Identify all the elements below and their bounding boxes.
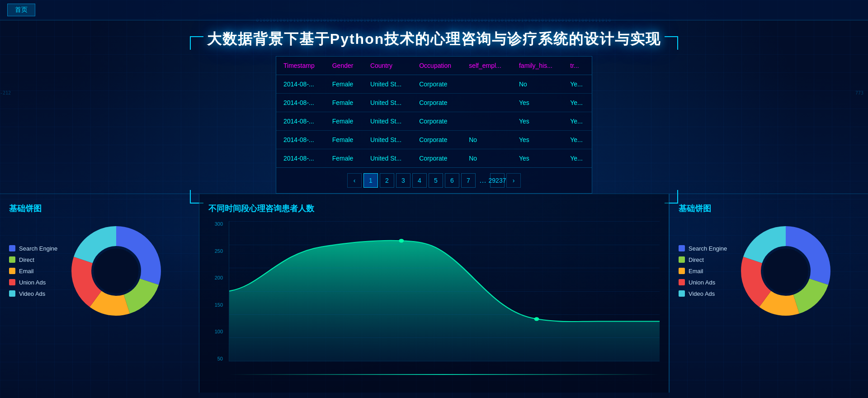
legend-item-union: Union Ads bbox=[9, 279, 57, 286]
cell-self-empl: No bbox=[462, 149, 512, 168]
page-2-button[interactable]: 2 bbox=[380, 173, 394, 188]
pagination-dots: … bbox=[477, 176, 488, 185]
cell-gender: Female bbox=[325, 149, 363, 168]
legend-label-direct: Direct bbox=[19, 256, 34, 263]
cell-country: United St... bbox=[363, 131, 412, 149]
grid-line-3 bbox=[229, 268, 660, 268]
right-legend-item-email: Email bbox=[679, 268, 727, 275]
page-3-button[interactable]: 3 bbox=[396, 173, 410, 188]
right-legend: Search Engine Direct Email Union Ads Vid… bbox=[679, 245, 727, 297]
cell-timestamp: 2014-08-... bbox=[276, 149, 325, 168]
cell-timestamp: 2014-08-... bbox=[276, 131, 325, 149]
page-5-button[interactable]: 5 bbox=[429, 173, 443, 188]
col-occupation: Occupation bbox=[412, 57, 462, 75]
col-family-his: family_his... bbox=[512, 57, 563, 75]
grid-line-5 bbox=[229, 314, 660, 315]
data-table: Timestamp Gender Country Occupation self… bbox=[276, 57, 592, 167]
bottom-section: 基础饼图 Search Engine Direct Email Union Ad… bbox=[0, 194, 868, 393]
cell-family-his: Yes bbox=[512, 131, 563, 149]
nav-bar: 首页 bbox=[0, 0, 868, 20]
grid-line-6 bbox=[229, 337, 660, 338]
cell-occupation: Corporate bbox=[412, 112, 462, 131]
right-legend-label-direct: Direct bbox=[689, 256, 704, 263]
legend-color-direct bbox=[9, 256, 15, 263]
cell-gender: Female bbox=[325, 131, 363, 149]
cell-timestamp: 2014-08-... bbox=[276, 112, 325, 131]
cell-family-his: Yes bbox=[512, 112, 563, 131]
legend-color-video bbox=[9, 290, 15, 297]
right-legend-item-direct: Direct bbox=[679, 256, 727, 263]
cell-occupation: Corporate bbox=[412, 94, 462, 112]
cell-family-his: No bbox=[512, 75, 563, 94]
legend-item-video: Video Ads bbox=[9, 290, 57, 297]
page-last-button[interactable]: 29237 bbox=[490, 173, 505, 188]
col-tr: tr... bbox=[563, 57, 592, 75]
right-legend-color-email bbox=[679, 268, 685, 274]
page-1-button[interactable]: 1 bbox=[363, 173, 378, 188]
cell-tr: Ye... bbox=[563, 112, 592, 131]
y-label-250: 250 bbox=[215, 248, 223, 254]
cell-gender: Female bbox=[325, 75, 363, 94]
page-title: 大数据背景下基于Python技术的心理咨询与诊疗系统的设计与实现 bbox=[0, 20, 868, 56]
chart-glow bbox=[229, 374, 660, 375]
table-row: 2014-08-... Female United St... Corporat… bbox=[276, 149, 592, 168]
page-4-button[interactable]: 4 bbox=[412, 173, 427, 188]
col-country: Country bbox=[363, 57, 412, 75]
right-donut-chart bbox=[736, 221, 835, 321]
cell-tr: Ye... bbox=[563, 149, 592, 168]
chart-dot-valley bbox=[534, 317, 539, 321]
cell-country: United St... bbox=[363, 94, 412, 112]
right-legend-color-union bbox=[679, 279, 685, 285]
grid-line-2 bbox=[229, 245, 660, 245]
right-pie-content: Search Engine Direct Email Union Ads Vid… bbox=[679, 221, 859, 321]
cell-family-his: Yes bbox=[512, 94, 563, 112]
col-self-empl: self_empl... bbox=[462, 57, 512, 75]
cell-tr: Ye... bbox=[563, 94, 592, 112]
legend-color-search bbox=[9, 245, 15, 251]
left-donut-svg bbox=[66, 221, 166, 321]
right-legend-item-video: Video Ads bbox=[679, 290, 727, 297]
cell-self-empl: No bbox=[462, 131, 512, 149]
page-6-button[interactable]: 6 bbox=[445, 173, 459, 188]
grid-line-4 bbox=[229, 291, 660, 292]
home-button[interactable]: 首页 bbox=[7, 4, 35, 16]
legend-item-email: Email bbox=[9, 268, 57, 275]
cell-country: United St... bbox=[363, 112, 412, 131]
legend-item-search: Search Engine bbox=[9, 245, 57, 252]
area-chart-section: 不同时间段心理咨询患者人数 300 250 200 150 100 50 bbox=[199, 194, 669, 393]
left-pie-section: 基础饼图 Search Engine Direct Email Union Ad… bbox=[0, 194, 199, 393]
right-legend-color-search bbox=[679, 245, 685, 251]
data-table-wrapper: Timestamp Gender Country Occupation self… bbox=[276, 56, 592, 194]
table-row: 2014-08-... Female United St... Corporat… bbox=[276, 112, 592, 131]
cell-country: United St... bbox=[363, 149, 412, 168]
legend-label-union: Union Ads bbox=[19, 279, 46, 286]
area-chart-title: 不同时间段心理咨询患者人数 bbox=[208, 203, 660, 214]
right-legend-color-direct bbox=[679, 256, 685, 263]
main-content: Timestamp Gender Country Occupation self… bbox=[0, 56, 868, 194]
cell-country: United St... bbox=[363, 75, 412, 94]
cell-occupation: Corporate bbox=[412, 75, 462, 94]
svg-point-5 bbox=[94, 249, 139, 294]
y-label-200: 200 bbox=[215, 275, 223, 280]
page-7-button[interactable]: 7 bbox=[461, 173, 476, 188]
right-donut-svg bbox=[736, 221, 835, 321]
area-fill bbox=[229, 241, 660, 361]
chart-dot-peak bbox=[399, 239, 404, 242]
cell-family-his: Yes bbox=[512, 149, 563, 168]
cell-self-empl bbox=[462, 112, 512, 131]
col-timestamp: Timestamp bbox=[276, 57, 325, 75]
cell-tr: Ye... bbox=[563, 75, 592, 94]
grid-line-1 bbox=[229, 221, 660, 222]
table-row: 2014-08-... Female United St... Corporat… bbox=[276, 75, 592, 94]
col-gender: Gender bbox=[325, 57, 363, 75]
cell-timestamp: 2014-08-... bbox=[276, 75, 325, 94]
right-pie-title: 基础饼图 bbox=[679, 203, 859, 214]
cell-self-empl bbox=[462, 75, 512, 94]
y-label-150: 150 bbox=[215, 302, 223, 308]
legend-item-direct: Direct bbox=[9, 256, 57, 263]
pagination: ‹ 1 2 3 4 5 6 7 … 29237 › bbox=[276, 167, 592, 193]
prev-page-button[interactable]: ‹ bbox=[347, 173, 362, 188]
next-page-button[interactable]: › bbox=[506, 173, 521, 188]
cell-gender: Female bbox=[325, 94, 363, 112]
right-legend-item-union: Union Ads bbox=[679, 279, 727, 286]
